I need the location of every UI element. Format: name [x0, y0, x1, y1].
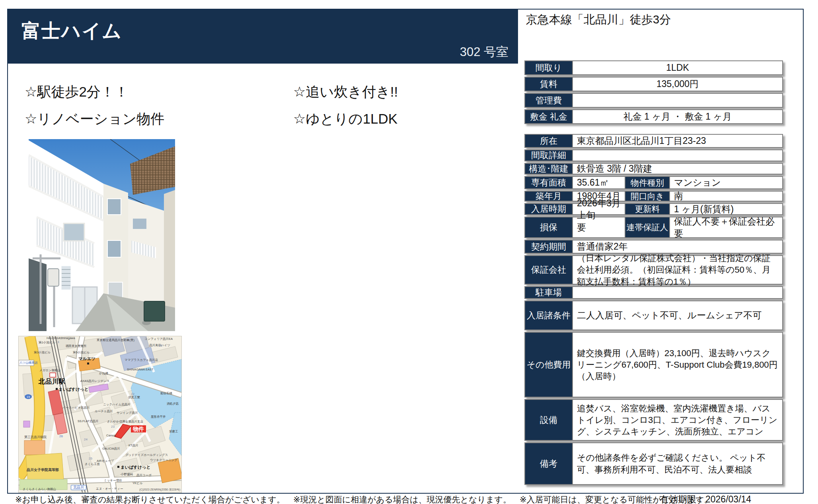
- table-row: 間取詳細: [524, 149, 783, 161]
- map-label: 屋形舟平井: [151, 415, 166, 419]
- row-value: 礼金 1 ヶ月 ・ 敷金 1 ヶ月: [572, 110, 782, 123]
- row-value: 普通借家2年: [572, 240, 782, 253]
- map-label: ミッキー理容: [104, 479, 122, 482]
- row-value: その他諸条件を必ずご確認ください。 ペット不可、事務所利用不可、民泊不可、法人要…: [572, 443, 782, 484]
- row-value: 35.61㎡: [572, 177, 625, 188]
- building-photo-graphic: [29, 139, 175, 331]
- row-value: 南: [669, 192, 782, 201]
- location-map: 15 HALEKEAShinagawa 東京都交通局品川自動車(営) コンフォリ…: [18, 336, 182, 493]
- row-label: 所在: [525, 135, 572, 147]
- map-label: ニックハイム北品川: [103, 403, 130, 406]
- table-row: その他費用 鍵交換費用（入居時）23,100円、退去時ハウスクリーニング67,6…: [524, 332, 783, 397]
- store-icon: [117, 466, 119, 468]
- row-label: 入居時期: [525, 204, 572, 214]
- row-label: 間取詳細: [525, 150, 572, 161]
- row-label: 駐車場: [525, 287, 572, 298]
- table-row: 構造･階建 鉄骨造 3階 / 3階建: [524, 163, 783, 174]
- map-label: ウツキクリーニング: [150, 459, 177, 462]
- room-number: 302 号室: [460, 44, 508, 60]
- map-label: マルエツ: [78, 357, 95, 361]
- map-label: 品川女子学院高等部: [27, 468, 59, 472]
- row-value: 保証人不要＋保証会社必要: [669, 217, 782, 237]
- map-block-number: 26: [59, 435, 63, 438]
- map-label: KT品川: [129, 444, 138, 447]
- map-label: ママプラスカフェ品川店: [125, 359, 158, 362]
- map-label: グッドデイズホールディングス: [125, 454, 168, 457]
- map-label: SHINAGAWA EAST: [127, 368, 154, 371]
- map-road-sign: 北品川: [71, 485, 86, 490]
- map-label: 品川コーポ: [136, 474, 152, 477]
- row-value: 二人入居可、ペット不可、ルームシェア不可: [572, 301, 782, 330]
- row-label: 専有面積: [525, 177, 572, 188]
- map-label: 栄建工: [169, 430, 178, 433]
- map-label: パークハビオ北品川: [62, 406, 90, 409]
- table-row: 管理費: [524, 93, 783, 108]
- feature-4: ☆ゆとりの1LDK: [293, 110, 397, 128]
- table-row: 備考 その他諸条件を必ずご確認ください。 ペット不可、事務所利用不可、民泊不可、…: [524, 442, 783, 485]
- row-value: 追焚バス、浴室乾燥機、室内洗濯機置き場、バストイレ別、コンロ3口、エアコン付き、…: [572, 400, 782, 440]
- detail-table: 所在 東京都品川区北品川1丁目23-23 間取詳細 構造･階建 鉄骨造 3階 /…: [524, 134, 783, 487]
- map-label: 小野歯科: [121, 473, 133, 476]
- map-label: 福田東京営業所: [66, 345, 87, 348]
- table-row: 契約期間 普通借家2年: [524, 240, 783, 254]
- feature-3: ☆リノベーション物件: [25, 110, 164, 128]
- table-row: 築年月 1980年4月 開口向き 南: [524, 191, 783, 202]
- map-label: 第3小池ビル: [34, 351, 51, 354]
- row-label: 物件種別: [625, 177, 669, 188]
- row-value: 2026年3月上旬: [572, 204, 625, 214]
- row-label: その他費用: [525, 333, 572, 397]
- row-label: 開口向き: [625, 192, 669, 201]
- map-label: SS.FLAT北品川: [78, 420, 98, 423]
- map-label: さくらさくみらい御殿山: [23, 488, 56, 491]
- table-row: 損保 要 連帯保証人 保証人不要＋保証会社必要: [524, 217, 783, 238]
- row-label: 管理費: [525, 94, 572, 107]
- row-label: 間取り: [525, 61, 572, 74]
- row-value: 鉄骨造 3階 / 3階建: [572, 164, 782, 174]
- property-name: 富士ハイム: [21, 18, 122, 44]
- table-row: 賃料 135,000円: [524, 77, 783, 91]
- table-row: 駐車場: [524, 286, 783, 299]
- row-label: 賃料: [525, 78, 572, 91]
- svg-text:15: 15: [27, 395, 30, 399]
- row-label: 契約期間: [525, 240, 572, 253]
- row-label: 入居諸条件: [525, 301, 572, 330]
- table-row: 所在 東京都品川区北品川1丁目23-23: [524, 134, 783, 148]
- store-icon: [56, 388, 58, 390]
- row-value: 1 ヶ月(新賃料): [669, 204, 782, 214]
- table-row: 間取り 1LDK: [524, 60, 783, 75]
- row-label: 備考: [525, 443, 572, 484]
- row-value: [572, 150, 782, 161]
- feature-2: ☆追い炊き付き!!: [293, 83, 398, 101]
- map-label: 第5小池ビル: [73, 351, 90, 354]
- row-label: 敷金 礼金: [525, 110, 572, 123]
- map-label: かね清: [99, 372, 108, 375]
- exterior-photo: [29, 139, 175, 331]
- row-label: 更新料: [625, 204, 669, 214]
- map-label: AXAS品川レジデンス: [80, 380, 109, 383]
- map-label: さくら工芸: [85, 463, 100, 466]
- map-label: GALICIA品川: [102, 447, 120, 450]
- row-value: [572, 94, 782, 107]
- row-value: 東京都品川区北品川1丁目23-23: [572, 135, 782, 147]
- table-row: 保証会社 （日本レンタル保証株式会社）・当社指定の保証会社利用必須。（初回保証料…: [524, 255, 783, 285]
- row-value: 1LDK: [572, 61, 782, 74]
- summary-table: 間取り 1LDK 賃料 135,000円 管理費 敷金 礼金 礼金 1 ヶ月 ・…: [524, 60, 783, 126]
- table-row: 専有面積 35.61㎡ 物件種別 マンション: [524, 176, 783, 189]
- map-label: 酒処夕凪: [167, 402, 179, 405]
- map-label: コンフォリア品川EA: [144, 337, 173, 341]
- row-label: 築年月: [525, 192, 572, 201]
- map-label: まいばすけっと: [121, 465, 150, 469]
- map-label: YKビル: [132, 482, 142, 485]
- row-value: （日本レンタル保証株式会社）・当社指定の保証会社利用必須。（初回保証料：賃料等の…: [572, 256, 782, 284]
- map-label: 第三北品川病院: [24, 436, 47, 439]
- map-label: 東京都交通局品川自動車(営): [97, 339, 134, 342]
- store-icon: [87, 362, 89, 364]
- rail-access: 京急本線「北品川」徒歩3分: [526, 12, 671, 28]
- map-label: 船宿石橋: [160, 392, 172, 395]
- table-row: 入居時期 2026年3月上旬 更新料 1 ヶ月(新賃料): [524, 203, 783, 215]
- table-row: 敷金 礼金 礼金 1 ヶ月 ・ 敷金 1 ヶ月: [524, 109, 783, 124]
- map-block-number: 22: [131, 393, 134, 396]
- map-label: エヌ・オー・ティー: [96, 487, 123, 490]
- map-station-label: 北品川駅: [39, 378, 66, 386]
- table-row: 入居諸条件 二人入居可、ペット不可、ルームシェア不可: [524, 300, 783, 330]
